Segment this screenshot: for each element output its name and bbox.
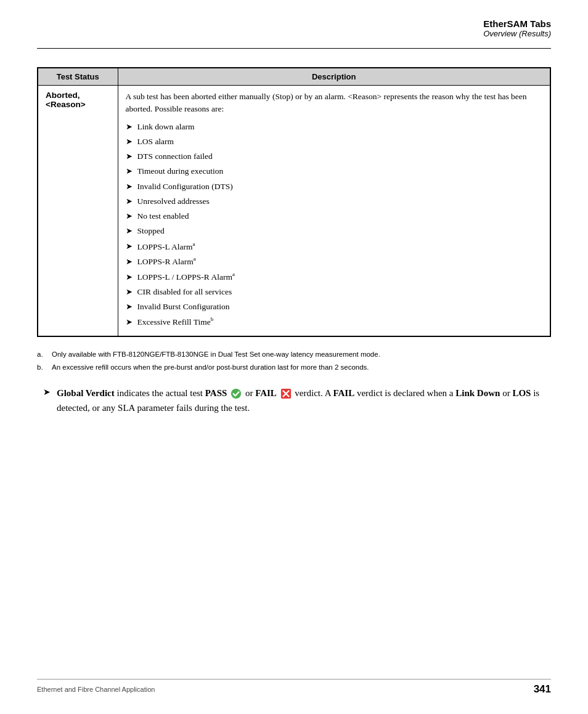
footnote-label: b. (37, 362, 52, 373)
bullet-arrow-icon: ➤ (126, 195, 133, 208)
bullet-text: DTS connection failed (137, 150, 213, 163)
bullet-text: Excessive Refill Timeb (137, 315, 214, 328)
bullet-text: Unresolved addresses (137, 195, 210, 208)
bullet-item: ➤CIR disabled for all services (126, 286, 543, 298)
col-status-header: Test Status (38, 68, 118, 86)
footnote-item: a.Only available with FTB-8120NGE/FTB-81… (37, 349, 551, 360)
bullet-item: ➤Unresolved addresses (126, 195, 543, 208)
header-subtitle: Overview (Results) (483, 29, 551, 38)
verdict-intro: indicates the actual test (115, 388, 205, 398)
verdict-arrow-icon: ➤ (43, 387, 51, 397)
bullet-arrow-icon: ➤ (126, 121, 133, 133)
page-header: EtherSAM Tabs Overview (Results) (0, 0, 588, 44)
bullet-text: No test enabled (137, 210, 189, 222)
bullet-text: Stopped (137, 225, 165, 237)
bullet-item: ➤Excessive Refill Timeb (126, 315, 543, 328)
bullet-item: ➤Invalid Burst Configuration (126, 301, 543, 313)
desc-cell: A sub test has been aborted either manua… (118, 86, 550, 337)
footer-left-text: Ethernet and Fibre Channel Application (37, 686, 155, 693)
bullet-arrow-icon: ➤ (126, 150, 133, 163)
verdict-section: ➤ Global Verdict indicates the actual te… (37, 386, 551, 415)
bullet-item: ➤LOS alarm (126, 136, 543, 148)
bullet-arrow-icon: ➤ (126, 271, 133, 283)
bullet-text: CIR disabled for all services (137, 286, 232, 298)
bullet-arrow-icon: ➤ (126, 256, 133, 268)
footnote-label: a. (37, 349, 52, 360)
bullet-text: Link down alarm (137, 121, 195, 133)
verdict-text: Global Verdict indicates the actual test… (57, 386, 551, 415)
footnotes: a.Only available with FTB-8120NGE/FTB-81… (37, 349, 551, 373)
bullet-text: LOPPS-L Alarma (137, 240, 195, 253)
bullet-item: ➤Stopped (126, 225, 543, 237)
status-table: Test Status Description Aborted,<Reason>… (37, 67, 551, 337)
bullet-item: ➤LOPPS-L Alarma (126, 240, 543, 253)
status-bold: Aborted (46, 91, 78, 100)
bullet-arrow-icon: ➤ (126, 316, 133, 328)
bullet-item: ➤Invalid Configuration (DTS) (126, 181, 543, 193)
bullet-arrow-icon: ➤ (126, 165, 133, 177)
bullet-arrow-icon: ➤ (126, 240, 133, 253)
pass-icon (231, 388, 242, 399)
table-row-aborted: Aborted,<Reason> A sub test has been abo… (38, 86, 550, 337)
bullet-arrow-icon: ➤ (126, 181, 133, 193)
bullet-item: ➤Link down alarm (126, 121, 543, 133)
bullet-arrow-icon: ➤ (126, 286, 133, 298)
bullet-text: LOPPS-R Alarma (137, 255, 196, 268)
page-number: 341 (534, 683, 551, 696)
global-verdict-label: Global Verdict (57, 388, 115, 398)
footnote-item: b.An excessive refill occurs when the pr… (37, 362, 551, 373)
bullet-text: Timeout during execution (137, 165, 224, 177)
pass-label: PASS (205, 388, 227, 398)
or-text: or (245, 388, 255, 398)
bullet-arrow-icon: ➤ (126, 301, 133, 313)
header-title: EtherSAM Tabs (483, 18, 551, 29)
footnote-text: An excessive refill occurs when the pre-… (52, 362, 369, 373)
bullet-item: ➤DTS connection failed (126, 150, 543, 163)
svg-point-0 (231, 389, 241, 399)
bullet-arrow-icon: ➤ (126, 225, 133, 237)
bullet-text: Invalid Configuration (DTS) (137, 181, 233, 193)
status-cell: Aborted,<Reason> (38, 86, 118, 337)
fail-label: FAIL (255, 388, 277, 398)
bullet-item: ➤LOPPS-L / LOPPS-R Alarma (126, 270, 543, 283)
bullet-item: ➤Timeout during execution (126, 165, 543, 177)
main-content: Test Status Description Aborted,<Reason>… (0, 49, 588, 434)
bullet-text: LOPPS-L / LOPPS-R Alarma (137, 270, 235, 283)
fail-icon (280, 388, 292, 399)
col-desc-header: Description (118, 68, 550, 86)
bullet-arrow-icon: ➤ (126, 136, 133, 148)
page: EtherSAM Tabs Overview (Results) Test St… (0, 0, 588, 714)
bullet-text: LOS alarm (137, 136, 174, 148)
bullet-list: ➤Link down alarm➤LOS alarm➤DTS connectio… (126, 121, 543, 329)
desc-intro: A sub test has been aborted either manua… (126, 91, 543, 116)
bullet-text: Invalid Burst Configuration (137, 301, 230, 313)
bullet-item: ➤LOPPS-R Alarma (126, 255, 543, 268)
bullet-item: ➤No test enabled (126, 210, 543, 222)
bullet-arrow-icon: ➤ (126, 210, 133, 222)
footnote-text: Only available with FTB-8120NGE/FTB-8130… (52, 349, 380, 360)
page-footer: Ethernet and Fibre Channel Application 3… (37, 679, 551, 696)
